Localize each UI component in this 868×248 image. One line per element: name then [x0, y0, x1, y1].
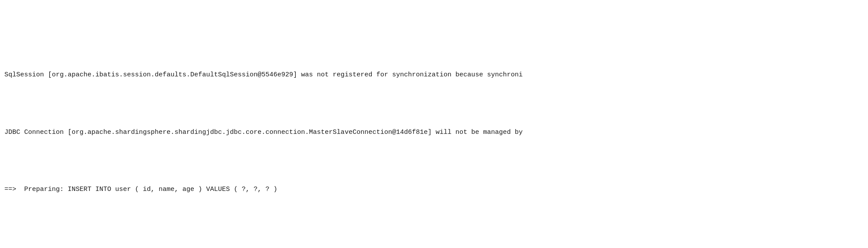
log-line-2: JDBC Connection [org.apache.shardingsphe… [4, 128, 864, 137]
log-block: SqlSession [org.apache.ibatis.session.de… [4, 32, 864, 248]
log-line-1: SqlSession [org.apache.ibatis.session.de… [4, 70, 864, 80]
log-line-3: ==> Preparing: INSERT INTO user ( id, na… [4, 185, 864, 194]
log-line-4: 2023-05-04 22:32:28.016 INFO 3988 --- [n… [4, 242, 864, 248]
log-output: SqlSession [org.apache.ibatis.session.de… [4, 4, 864, 248]
